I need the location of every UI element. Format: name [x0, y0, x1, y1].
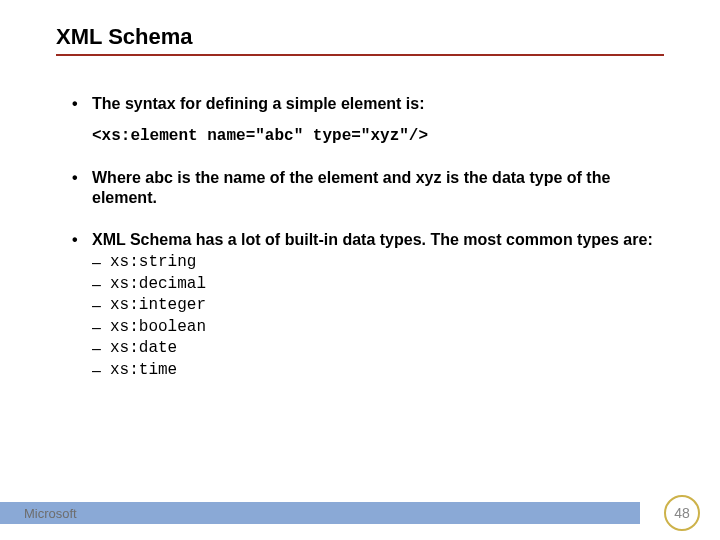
- bullet-types: XML Schema has a lot of built-in data ty…: [72, 230, 672, 382]
- title-block: XML Schema: [56, 24, 664, 56]
- types-list: xs:string xs:decimal xs:integer xs:boole…: [92, 252, 672, 382]
- type-item: xs:integer: [92, 295, 672, 317]
- bullet-syntax-text: The syntax for defining a simple element…: [92, 95, 425, 112]
- slide: XML Schema The syntax for defining a sim…: [0, 0, 720, 540]
- content-area: The syntax for defining a simple element…: [72, 94, 672, 404]
- bullet-explanation: Where abc is the name of the element and…: [72, 168, 672, 208]
- bullet-explanation-text: Where abc is the name of the element and…: [92, 169, 610, 206]
- bullet-syntax: The syntax for defining a simple element…: [72, 94, 672, 146]
- type-item: xs:decimal: [92, 274, 672, 296]
- bullet-types-text: XML Schema has a lot of built-in data ty…: [92, 231, 653, 248]
- page-number-badge: 48: [664, 495, 700, 531]
- footer-bar: Microsoft: [0, 502, 640, 524]
- type-item: xs:string: [92, 252, 672, 274]
- code-example: <xs:element name="abc" type="xyz"/>: [92, 126, 672, 146]
- slide-title: XML Schema: [56, 24, 664, 50]
- type-item: xs:time: [92, 360, 672, 382]
- title-underline: [56, 54, 664, 56]
- footer-brand: Microsoft: [0, 506, 77, 521]
- page-number: 48: [674, 505, 690, 521]
- bullet-list: The syntax for defining a simple element…: [72, 94, 672, 382]
- type-item: xs:date: [92, 338, 672, 360]
- type-item: xs:boolean: [92, 317, 672, 339]
